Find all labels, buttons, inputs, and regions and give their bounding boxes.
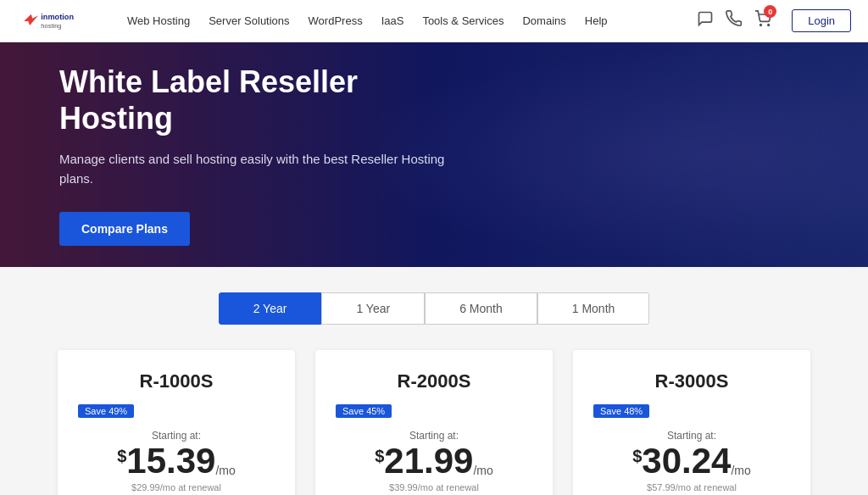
plan-name-r3000s: R-3000S: [593, 370, 790, 392]
nav-server-solutions[interactable]: Server Solutions: [209, 14, 289, 27]
nav-iaas[interactable]: IaaS: [381, 14, 404, 27]
plan-name-r2000s: R-2000S: [336, 370, 532, 392]
price-dollar-r1000s: $: [117, 447, 126, 466]
plans-grid: R-1000S Save 49% Starting at: $ 15.39 /m…: [17, 350, 851, 495]
cart-badge: 0: [764, 5, 776, 18]
plan-card-r2000s: R-2000S Save 45% Starting at: $ 21.99 /m…: [315, 350, 553, 495]
save-badge-r3000s: Save 48%: [593, 404, 649, 418]
pricing-section: 2 Year 1 Year 6 Month 1 Month R-1000S Sa…: [0, 267, 868, 495]
svg-marker-0: [24, 14, 38, 25]
svg-text:hosting: hosting: [41, 22, 61, 30]
term-tabs: 2 Year 1 Year 6 Month 1 Month: [17, 292, 851, 325]
svg-text:inmotion: inmotion: [41, 13, 74, 21]
price-row-r3000s: $ 30.24 /mo: [593, 443, 790, 479]
nav-icons: 0 Login: [697, 9, 851, 32]
hero-section: White Label Reseller Hosting Manage clie…: [0, 42, 868, 267]
hero-subtitle: Manage clients and sell hosting easily w…: [59, 150, 449, 188]
price-renewal-r3000s: $57.99/mo at renewal: [593, 482, 790, 492]
logo[interactable]: inmotion hosting: [17, 8, 102, 35]
plan-name-r1000s: R-1000S: [78, 370, 275, 392]
svg-point-3: [760, 25, 762, 26]
price-renewal-r1000s: $29.99/mo at renewal: [78, 482, 275, 492]
price-mo-r1000s: /mo: [215, 464, 235, 477]
term-tab-1month[interactable]: 1 Month: [537, 292, 650, 325]
term-tab-1year[interactable]: 1 Year: [321, 292, 425, 325]
price-row-r2000s: $ 21.99 /mo: [336, 443, 532, 479]
nav-domains[interactable]: Domains: [522, 14, 565, 27]
starting-at-r1000s: Starting at:: [78, 430, 275, 442]
price-renewal-r2000s: $39.99/mo at renewal: [336, 482, 532, 492]
plan-card-r1000s: R-1000S Save 49% Starting at: $ 15.39 /m…: [58, 350, 295, 495]
price-main-r2000s: 21.99: [384, 443, 473, 479]
hero-title: White Label Reseller Hosting: [59, 64, 449, 136]
login-button[interactable]: Login: [792, 9, 851, 32]
svg-point-4: [768, 25, 770, 26]
nav-links: Web Hosting Server Solutions WordPress I…: [127, 14, 697, 27]
starting-at-r2000s: Starting at:: [336, 430, 532, 442]
navbar: inmotion hosting Web Hosting Server Solu…: [0, 0, 868, 42]
price-dollar-r3000s: $: [632, 447, 642, 466]
hero-content: White Label Reseller Hosting Manage clie…: [0, 42, 509, 267]
nav-wordpress[interactable]: WordPress: [309, 14, 363, 27]
price-main-r1000s: 15.39: [126, 443, 215, 479]
compare-plans-button[interactable]: Compare Plans: [59, 212, 190, 246]
price-mo-r3000s: /mo: [731, 464, 750, 477]
starting-at-r3000s: Starting at:: [593, 430, 790, 442]
price-main-r3000s: 30.24: [642, 443, 731, 479]
nav-tools-services[interactable]: Tools & Services: [422, 14, 504, 27]
chat-icon[interactable]: [697, 10, 714, 31]
price-row-r1000s: $ 15.39 /mo: [78, 443, 275, 479]
term-tab-2year[interactable]: 2 Year: [219, 292, 322, 325]
nav-web-hosting[interactable]: Web Hosting: [127, 14, 190, 27]
nav-help[interactable]: Help: [585, 14, 608, 27]
save-badge-r1000s: Save 49%: [78, 404, 134, 418]
phone-icon[interactable]: [726, 10, 743, 31]
price-mo-r2000s: /mo: [473, 464, 492, 477]
price-dollar-r2000s: $: [375, 447, 384, 466]
cart-icon[interactable]: 0: [754, 10, 771, 31]
term-tab-6month[interactable]: 6 Month: [425, 292, 537, 325]
plan-card-r3000s: R-3000S Save 48% Starting at: $ 30.24 /m…: [573, 350, 810, 495]
save-badge-r2000s: Save 45%: [336, 404, 392, 418]
